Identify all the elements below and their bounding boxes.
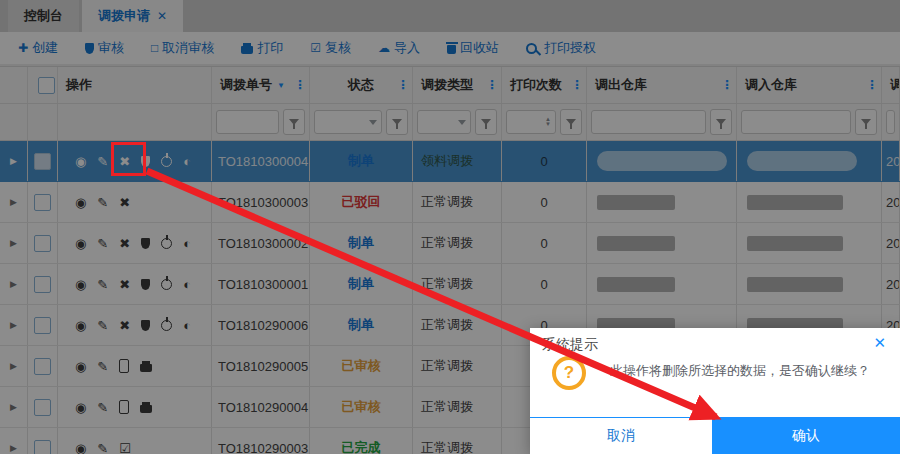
close-icon[interactable]: ✕ <box>873 334 886 352</box>
confirm-dialog: 系统提示 ✕ ? 此操作将删除所选择的数据，是否确认继续？ 取消 确认 <box>530 328 900 454</box>
dialog-footer: 取消 确认 <box>530 417 900 454</box>
confirm-button[interactable]: 确认 <box>712 418 900 454</box>
question-icon: ? <box>552 356 586 390</box>
app-window: 控制台调拨申请✕ ✚创建审核□取消审核打印☑复核☁导入回收站打印授权 操作调拨单… <box>0 0 900 454</box>
dialog-title: 系统提示 <box>542 336 598 354</box>
dialog-message: 此操作将删除所选择的数据，是否确认继续？ <box>610 362 890 380</box>
cancel-button[interactable]: 取消 <box>530 418 712 454</box>
annotation-highlight-box <box>111 142 146 176</box>
